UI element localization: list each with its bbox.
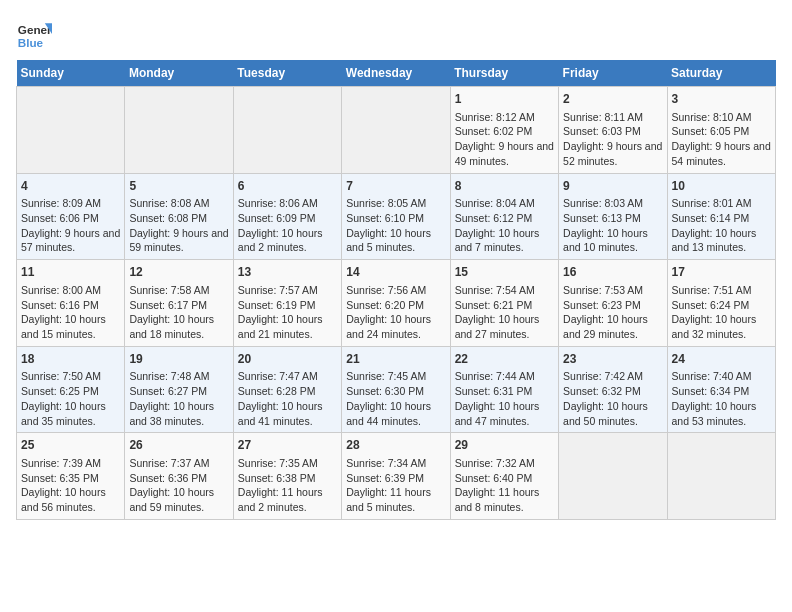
day-number: 26: [129, 437, 228, 454]
day-info: Sunrise: 7:50 AMSunset: 6:25 PMDaylight:…: [21, 369, 120, 428]
calendar-cell: 28Sunrise: 7:34 AMSunset: 6:39 PMDayligh…: [342, 433, 450, 520]
day-info: Sunrise: 7:53 AMSunset: 6:23 PMDaylight:…: [563, 283, 662, 342]
day-number: 11: [21, 264, 120, 281]
day-number: 15: [455, 264, 554, 281]
calendar-cell: 24Sunrise: 7:40 AMSunset: 6:34 PMDayligh…: [667, 346, 775, 433]
calendar-cell: 1Sunrise: 8:12 AMSunset: 6:02 PMDaylight…: [450, 87, 558, 174]
calendar-cell: 26Sunrise: 7:37 AMSunset: 6:36 PMDayligh…: [125, 433, 233, 520]
calendar-cell: 4Sunrise: 8:09 AMSunset: 6:06 PMDaylight…: [17, 173, 125, 260]
calendar-cell: 14Sunrise: 7:56 AMSunset: 6:20 PMDayligh…: [342, 260, 450, 347]
day-number: 16: [563, 264, 662, 281]
week-row-1: 4Sunrise: 8:09 AMSunset: 6:06 PMDaylight…: [17, 173, 776, 260]
day-info: Sunrise: 8:06 AMSunset: 6:09 PMDaylight:…: [238, 196, 337, 255]
day-info: Sunrise: 7:44 AMSunset: 6:31 PMDaylight:…: [455, 369, 554, 428]
day-number: 14: [346, 264, 445, 281]
weekday-header-row: SundayMondayTuesdayWednesdayThursdayFrid…: [17, 60, 776, 87]
day-number: 29: [455, 437, 554, 454]
weekday-header-friday: Friday: [559, 60, 667, 87]
calendar-cell: 23Sunrise: 7:42 AMSunset: 6:32 PMDayligh…: [559, 346, 667, 433]
calendar-cell: 15Sunrise: 7:54 AMSunset: 6:21 PMDayligh…: [450, 260, 558, 347]
day-info: Sunrise: 7:56 AMSunset: 6:20 PMDaylight:…: [346, 283, 445, 342]
calendar-table: SundayMondayTuesdayWednesdayThursdayFrid…: [16, 60, 776, 520]
day-info: Sunrise: 8:10 AMSunset: 6:05 PMDaylight:…: [672, 110, 771, 169]
calendar-cell: 17Sunrise: 7:51 AMSunset: 6:24 PMDayligh…: [667, 260, 775, 347]
day-info: Sunrise: 8:00 AMSunset: 6:16 PMDaylight:…: [21, 283, 120, 342]
day-number: 18: [21, 351, 120, 368]
calendar-cell: 2Sunrise: 8:11 AMSunset: 6:03 PMDaylight…: [559, 87, 667, 174]
day-info: Sunrise: 8:11 AMSunset: 6:03 PMDaylight:…: [563, 110, 662, 169]
weekday-header-wednesday: Wednesday: [342, 60, 450, 87]
day-number: 22: [455, 351, 554, 368]
day-number: 2: [563, 91, 662, 108]
calendar-cell: 29Sunrise: 7:32 AMSunset: 6:40 PMDayligh…: [450, 433, 558, 520]
calendar-cell: [559, 433, 667, 520]
day-number: 4: [21, 178, 120, 195]
day-info: Sunrise: 7:45 AMSunset: 6:30 PMDaylight:…: [346, 369, 445, 428]
day-number: 3: [672, 91, 771, 108]
calendar-cell: [17, 87, 125, 174]
calendar-cell: 6Sunrise: 8:06 AMSunset: 6:09 PMDaylight…: [233, 173, 341, 260]
week-row-3: 18Sunrise: 7:50 AMSunset: 6:25 PMDayligh…: [17, 346, 776, 433]
calendar-cell: 11Sunrise: 8:00 AMSunset: 6:16 PMDayligh…: [17, 260, 125, 347]
week-row-4: 25Sunrise: 7:39 AMSunset: 6:35 PMDayligh…: [17, 433, 776, 520]
calendar-cell: 5Sunrise: 8:08 AMSunset: 6:08 PMDaylight…: [125, 173, 233, 260]
day-number: 20: [238, 351, 337, 368]
weekday-header-tuesday: Tuesday: [233, 60, 341, 87]
day-info: Sunrise: 8:01 AMSunset: 6:14 PMDaylight:…: [672, 196, 771, 255]
day-number: 1: [455, 91, 554, 108]
day-info: Sunrise: 8:12 AMSunset: 6:02 PMDaylight:…: [455, 110, 554, 169]
calendar-cell: 10Sunrise: 8:01 AMSunset: 6:14 PMDayligh…: [667, 173, 775, 260]
day-info: Sunrise: 8:03 AMSunset: 6:13 PMDaylight:…: [563, 196, 662, 255]
calendar-cell: 22Sunrise: 7:44 AMSunset: 6:31 PMDayligh…: [450, 346, 558, 433]
day-info: Sunrise: 7:42 AMSunset: 6:32 PMDaylight:…: [563, 369, 662, 428]
weekday-header-monday: Monday: [125, 60, 233, 87]
calendar-cell: [342, 87, 450, 174]
calendar-cell: 7Sunrise: 8:05 AMSunset: 6:10 PMDaylight…: [342, 173, 450, 260]
calendar-cell: 27Sunrise: 7:35 AMSunset: 6:38 PMDayligh…: [233, 433, 341, 520]
day-info: Sunrise: 7:58 AMSunset: 6:17 PMDaylight:…: [129, 283, 228, 342]
day-info: Sunrise: 7:32 AMSunset: 6:40 PMDaylight:…: [455, 456, 554, 515]
day-number: 7: [346, 178, 445, 195]
day-info: Sunrise: 7:34 AMSunset: 6:39 PMDaylight:…: [346, 456, 445, 515]
day-number: 10: [672, 178, 771, 195]
day-number: 21: [346, 351, 445, 368]
day-number: 28: [346, 437, 445, 454]
calendar-cell: [667, 433, 775, 520]
day-info: Sunrise: 7:57 AMSunset: 6:19 PMDaylight:…: [238, 283, 337, 342]
calendar-cell: 21Sunrise: 7:45 AMSunset: 6:30 PMDayligh…: [342, 346, 450, 433]
day-number: 27: [238, 437, 337, 454]
day-number: 25: [21, 437, 120, 454]
weekday-header-sunday: Sunday: [17, 60, 125, 87]
calendar-cell: 8Sunrise: 8:04 AMSunset: 6:12 PMDaylight…: [450, 173, 558, 260]
day-info: Sunrise: 8:09 AMSunset: 6:06 PMDaylight:…: [21, 196, 120, 255]
calendar-cell: 3Sunrise: 8:10 AMSunset: 6:05 PMDaylight…: [667, 87, 775, 174]
day-number: 24: [672, 351, 771, 368]
day-info: Sunrise: 7:47 AMSunset: 6:28 PMDaylight:…: [238, 369, 337, 428]
calendar-cell: 16Sunrise: 7:53 AMSunset: 6:23 PMDayligh…: [559, 260, 667, 347]
week-row-0: 1Sunrise: 8:12 AMSunset: 6:02 PMDaylight…: [17, 87, 776, 174]
day-info: Sunrise: 7:35 AMSunset: 6:38 PMDaylight:…: [238, 456, 337, 515]
week-row-2: 11Sunrise: 8:00 AMSunset: 6:16 PMDayligh…: [17, 260, 776, 347]
day-number: 9: [563, 178, 662, 195]
day-number: 6: [238, 178, 337, 195]
day-info: Sunrise: 7:54 AMSunset: 6:21 PMDaylight:…: [455, 283, 554, 342]
day-info: Sunrise: 8:05 AMSunset: 6:10 PMDaylight:…: [346, 196, 445, 255]
calendar-header: SundayMondayTuesdayWednesdayThursdayFrid…: [17, 60, 776, 87]
day-number: 17: [672, 264, 771, 281]
day-info: Sunrise: 7:40 AMSunset: 6:34 PMDaylight:…: [672, 369, 771, 428]
day-number: 8: [455, 178, 554, 195]
calendar-cell: [125, 87, 233, 174]
svg-text:Blue: Blue: [18, 36, 44, 49]
calendar-cell: 20Sunrise: 7:47 AMSunset: 6:28 PMDayligh…: [233, 346, 341, 433]
weekday-header-saturday: Saturday: [667, 60, 775, 87]
day-number: 23: [563, 351, 662, 368]
calendar-cell: 12Sunrise: 7:58 AMSunset: 6:17 PMDayligh…: [125, 260, 233, 347]
logo-icon: General Blue: [16, 16, 52, 52]
day-number: 12: [129, 264, 228, 281]
day-info: Sunrise: 7:39 AMSunset: 6:35 PMDaylight:…: [21, 456, 120, 515]
calendar-body: 1Sunrise: 8:12 AMSunset: 6:02 PMDaylight…: [17, 87, 776, 520]
day-info: Sunrise: 8:04 AMSunset: 6:12 PMDaylight:…: [455, 196, 554, 255]
header: General Blue: [16, 16, 776, 52]
logo: General Blue: [16, 16, 52, 52]
weekday-header-thursday: Thursday: [450, 60, 558, 87]
